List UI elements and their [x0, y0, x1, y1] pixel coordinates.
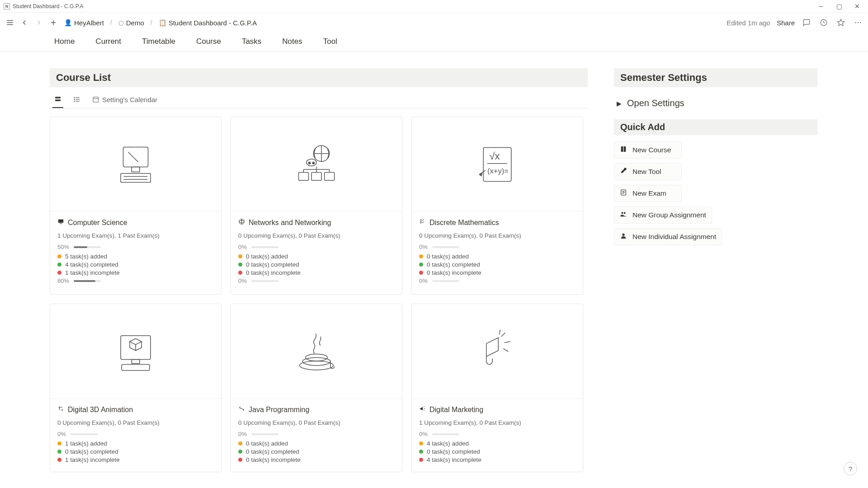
progress-bar: [432, 246, 459, 248]
svg-point-8: [858, 22, 859, 23]
dot-incomplete-icon: [238, 271, 242, 275]
progress-bar: [251, 280, 278, 282]
svg-rect-23: [121, 173, 151, 182]
quick-icon: [620, 145, 627, 155]
exam-summary: 0 Upcoming Exam(s), 0 Past Exam(s): [57, 419, 214, 426]
dot-added-icon: [238, 254, 242, 258]
svg-rect-33: [325, 172, 335, 180]
window-title: Student Dashboard - C.G.P.A: [13, 3, 84, 9]
tab-timetable[interactable]: Timetable: [142, 33, 175, 52]
breadcrumb-demo[interactable]: ◌ Demo: [117, 18, 146, 28]
tab-course[interactable]: Course: [196, 33, 221, 52]
course-card[interactable]: Computer Science 1 Upcoming Exam(s), 1 P…: [50, 117, 222, 295]
exam-summary: 1 Upcoming Exam(s), 0 Past Exam(s): [419, 419, 576, 426]
more-icon[interactable]: [853, 17, 863, 28]
dot-completed-icon: [57, 263, 61, 267]
breadcrumb-heyalbert[interactable]: 👤 HeyAlbert: [62, 18, 106, 28]
svg-rect-10: [55, 97, 61, 98]
page-icon: 📋: [159, 19, 166, 26]
close-button[interactable]: ✕: [854, 3, 861, 10]
dot-incomplete-icon: [419, 458, 423, 462]
tasks-incomplete: 0 task(s) incomplete: [246, 456, 301, 463]
svg-point-16: [74, 99, 75, 99]
tasks-completed: 0 task(s) completed: [246, 448, 299, 455]
quick-add-new-group-assignment[interactable]: New Group Assignment: [614, 206, 712, 224]
svg-point-51: [61, 409, 63, 411]
view-gallery[interactable]: [52, 92, 63, 108]
svg-rect-31: [298, 172, 308, 180]
tab-current[interactable]: Current: [95, 33, 121, 52]
course-list-title: Course List: [50, 68, 588, 87]
tab-tool[interactable]: Tool: [323, 33, 337, 52]
course-card[interactable]: √x(x+y)= Discrete Mathematics 0 Upcoming…: [411, 117, 583, 295]
progress-label: 0%: [419, 244, 428, 250]
dot-added-icon: [419, 441, 423, 446]
course-type-icon: [238, 405, 245, 414]
progress-bar: [251, 433, 278, 435]
dot-incomplete-icon: [238, 458, 242, 462]
svg-line-57: [504, 342, 510, 343]
course-illustration: [231, 304, 402, 399]
breadcrumb-separator: /: [151, 19, 152, 26]
view-calendar[interactable]: Setting's Calendar: [90, 92, 159, 108]
tasks-incomplete: 1 task(s) incomplete: [65, 269, 120, 276]
exam-summary: 0 Upcoming Exam(s), 0 Past Exam(s): [238, 232, 395, 239]
view-tabs: Setting's Calendar: [50, 92, 588, 108]
course-card[interactable]: Digital Marketing 1 Upcoming Exam(s), 0 …: [411, 304, 583, 472]
quick-add-new-tool[interactable]: New Tool: [614, 163, 682, 180]
progress-row-2: 80%: [57, 277, 214, 284]
svg-line-56: [501, 333, 505, 337]
exam-summary: 0 Upcoming Exam(s), 0 Past Exam(s): [419, 232, 576, 239]
edited-label: Edited 1m ago: [726, 19, 770, 27]
progress-row-1: 0%: [419, 431, 576, 437]
breadcrumb-separator: /: [110, 19, 112, 26]
svg-point-17: [74, 101, 75, 101]
clock-icon[interactable]: [818, 17, 829, 28]
dot-completed-icon: [419, 450, 423, 454]
quick-add-new-individual-assignment[interactable]: New Individual Assignment: [614, 228, 722, 245]
tab-notes[interactable]: Notes: [282, 33, 302, 52]
course-card[interactable]: Digital 3D Animation 0 Upcoming Exam(s),…: [50, 304, 222, 472]
progress-row-1: 0%: [419, 244, 576, 250]
comments-icon[interactable]: [801, 17, 812, 28]
hamburger-icon[interactable]: [5, 17, 15, 28]
forward-icon[interactable]: [33, 17, 44, 28]
svg-rect-49: [122, 364, 150, 370]
exam-summary: 1 Upcoming Exam(s), 1 Past Exam(s): [57, 232, 214, 239]
view-list[interactable]: [71, 92, 82, 108]
help-button[interactable]: ?: [844, 462, 857, 475]
minimize-button[interactable]: ─: [817, 3, 825, 10]
course-card[interactable]: Networks and Networking 0 Upcoming Exam(…: [231, 117, 402, 295]
progress-label: 0%: [57, 431, 66, 437]
course-card[interactable]: Java Programming 0 Upcoming Exam(s), 0 P…: [231, 304, 402, 472]
svg-point-64: [621, 212, 623, 214]
dot-completed-icon: [57, 450, 61, 454]
svg-point-29: [308, 162, 310, 164]
back-icon[interactable]: [19, 17, 30, 28]
tab-tasks[interactable]: Tasks: [242, 33, 261, 52]
progress-row-1: 0%: [238, 244, 395, 250]
dot-added-icon: [57, 254, 61, 258]
course-name: Discrete Mathematics: [429, 219, 499, 227]
new-page-icon[interactable]: [48, 17, 59, 28]
tasks-added: 1 task(s) added: [65, 440, 107, 447]
progress-label: 0%: [238, 244, 247, 250]
progress-bar: [251, 246, 278, 248]
tab-home[interactable]: Home: [54, 33, 75, 52]
svg-rect-32: [311, 172, 321, 180]
open-settings-toggle[interactable]: ▶ Open Settings: [614, 94, 817, 119]
svg-text:(x+y)=: (x+y)=: [487, 166, 509, 174]
tasks-added: 0 task(s) added: [246, 253, 288, 260]
quick-add-new-exam[interactable]: New Exam: [614, 185, 682, 202]
progress-bar: [432, 433, 459, 435]
star-icon[interactable]: [835, 17, 846, 28]
share-button[interactable]: Share: [777, 19, 795, 27]
maximize-button[interactable]: ▢: [835, 3, 843, 10]
progress-row-1: 0%: [238, 431, 395, 437]
svg-point-15: [74, 97, 75, 98]
breadcrumb-page[interactable]: 📋 Student Dashboard - C.G.P.A: [157, 18, 259, 28]
window-titlebar: N Student Dashboard - C.G.P.A ─ ▢ ✕: [0, 0, 868, 13]
tasks-completed: 0 task(s) completed: [246, 261, 299, 268]
semester-settings-title: Semester Settings: [614, 68, 817, 87]
quick-add-new-course[interactable]: New Course: [614, 141, 682, 159]
